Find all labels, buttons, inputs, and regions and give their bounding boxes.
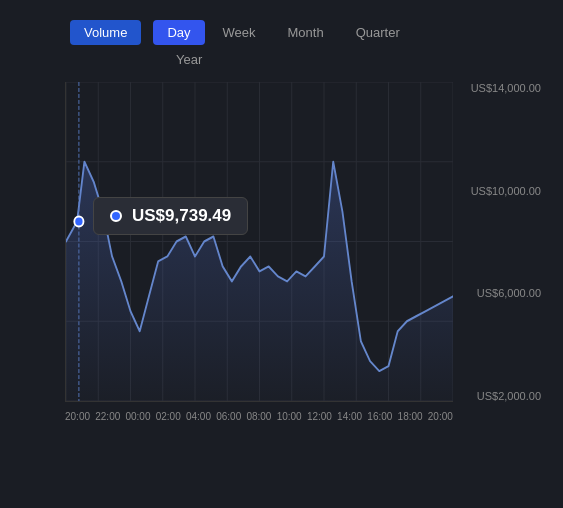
chart-svg-wrapper <box>65 82 453 402</box>
chart-tooltip-dot <box>74 217 83 227</box>
tooltip-value: US$9,739.49 <box>132 206 231 226</box>
x-label-1: 22:00 <box>95 411 120 422</box>
x-label-9: 14:00 <box>337 411 362 422</box>
x-label-7: 10:00 <box>277 411 302 422</box>
controls-row2: Year <box>70 47 216 72</box>
x-label-2: 00:00 <box>125 411 150 422</box>
y-label-3: US$6,000.00 <box>477 287 541 299</box>
day-button[interactable]: Day <box>153 20 204 45</box>
x-axis: 20:00 22:00 00:00 02:00 04:00 06:00 08:0… <box>65 407 453 422</box>
y-label-2: US$10,000.00 <box>471 185 541 197</box>
x-label-0: 20:00 <box>65 411 90 422</box>
x-label-6: 08:00 <box>246 411 271 422</box>
month-tab[interactable]: Month <box>274 20 338 45</box>
quarter-tab[interactable]: Quarter <box>342 20 414 45</box>
x-label-5: 06:00 <box>216 411 241 422</box>
y-label-4: US$2,000.00 <box>477 390 541 402</box>
tooltip: US$9,739.49 <box>93 197 248 235</box>
x-label-10: 16:00 <box>367 411 392 422</box>
chart-area: US$9,739.49 US$14,000.00 US$10,000.00 US… <box>65 82 543 452</box>
x-label-8: 12:00 <box>307 411 332 422</box>
y-label-1: US$14,000.00 <box>471 82 541 94</box>
tooltip-dot <box>110 210 122 222</box>
controls-row1: Volume Day Week Month Quarter <box>70 20 553 45</box>
app-container: Volume Day Week Month Quarter Year US$9,… <box>0 0 563 508</box>
week-tab[interactable]: Week <box>209 20 270 45</box>
volume-button[interactable]: Volume <box>70 20 141 45</box>
x-label-11: 18:00 <box>398 411 423 422</box>
year-tab[interactable]: Year <box>162 47 216 72</box>
y-axis: US$14,000.00 US$10,000.00 US$6,000.00 US… <box>471 82 543 402</box>
controls-bar: Volume Day Week Month Quarter Year <box>10 20 553 72</box>
chart-svg <box>66 82 453 401</box>
x-label-3: 02:00 <box>156 411 181 422</box>
x-label-4: 04:00 <box>186 411 211 422</box>
x-label-12: 20:00 <box>428 411 453 422</box>
